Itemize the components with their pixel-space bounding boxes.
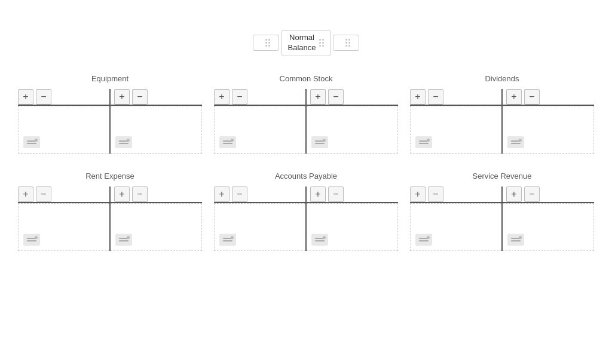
account-title: Common Stock: [280, 74, 333, 83]
t-account: + − + −: [18, 186, 202, 251]
t-account-top: + − + −: [18, 89, 202, 105]
note-dot: [231, 236, 234, 239]
credit-label-btn[interactable]: [333, 35, 359, 51]
right-plus-btn[interactable]: +: [506, 186, 522, 202]
left-controls: + −: [214, 186, 302, 202]
credit-note-icon: [507, 234, 524, 246]
debit-note-icon: [415, 136, 432, 148]
left-controls: + −: [18, 186, 106, 202]
t-account-top: + − + −: [410, 89, 594, 105]
t-account-body: [410, 105, 594, 154]
t-account-top: + − + −: [214, 186, 398, 202]
left-minus-btn[interactable]: −: [36, 89, 51, 105]
right-plus-btn[interactable]: +: [310, 89, 326, 105]
t-credit-side: [503, 106, 594, 154]
note-dot: [427, 236, 430, 239]
t-debit-side: [18, 203, 109, 251]
right-plus-btn[interactable]: +: [114, 186, 130, 202]
normal-balance-label-btn[interactable]: NormalBalance: [281, 30, 331, 56]
t-vertical-divider-top: [501, 186, 503, 202]
left-minus-btn[interactable]: −: [428, 186, 443, 202]
account-section-dividends: Dividends + − + −: [410, 74, 594, 154]
left-controls: + −: [18, 89, 106, 105]
left-plus-btn[interactable]: +: [214, 89, 230, 105]
account-title: Equipment: [91, 74, 128, 83]
t-debit-side: [214, 106, 305, 154]
debit-drag-handle: [265, 39, 270, 47]
t-debit-side: [214, 203, 305, 251]
t-account: + − + −: [214, 186, 398, 251]
debit-note-icon: [415, 234, 432, 246]
account-title: Rent Expense: [85, 172, 134, 181]
right-controls: + −: [114, 186, 202, 202]
left-minus-btn[interactable]: −: [232, 186, 247, 202]
t-account: + − + −: [410, 186, 594, 251]
t-vertical-divider-top: [501, 89, 503, 105]
t-debit-side: [410, 106, 501, 154]
debit-note-icon: [219, 234, 236, 246]
t-vertical-divider-top: [109, 89, 111, 105]
right-controls: + −: [114, 89, 202, 105]
note-dot: [427, 139, 430, 142]
left-minus-btn[interactable]: −: [428, 89, 443, 105]
t-account-top: + − + −: [214, 89, 398, 105]
t-vertical-divider-top: [305, 186, 307, 202]
left-controls: + −: [410, 89, 498, 105]
right-plus-btn[interactable]: +: [114, 89, 130, 105]
left-minus-btn[interactable]: −: [36, 186, 51, 202]
t-account-top: + − + −: [18, 186, 202, 202]
account-section-rent-expense: Rent Expense + − + −: [18, 172, 202, 251]
right-controls: + −: [506, 89, 594, 105]
left-plus-btn[interactable]: +: [214, 186, 230, 202]
debit-label-btn[interactable]: [253, 35, 279, 51]
left-plus-btn[interactable]: +: [410, 186, 426, 202]
right-controls: + −: [310, 89, 398, 105]
right-minus-btn[interactable]: −: [328, 89, 344, 105]
t-account: + − + −: [410, 89, 594, 154]
account-title: Dividends: [485, 74, 519, 83]
note-dot: [323, 139, 326, 142]
right-minus-btn[interactable]: −: [132, 89, 148, 105]
label-row: NormalBalance: [18, 30, 594, 56]
t-account: + − + −: [214, 89, 398, 154]
note-dot: [35, 236, 38, 239]
account-section-service-revenue: Service Revenue + − + −: [410, 172, 594, 251]
t-credit-side: [503, 203, 594, 251]
t-account-body: [410, 202, 594, 251]
debit-note-icon: [23, 234, 40, 246]
t-account: + − + −: [18, 89, 202, 154]
credit-note-icon: [507, 136, 524, 148]
credit-note-icon: [311, 136, 328, 148]
account-title: Service Revenue: [473, 172, 532, 181]
right-minus-btn[interactable]: −: [328, 186, 344, 202]
left-plus-btn[interactable]: +: [18, 89, 33, 105]
right-plus-btn[interactable]: +: [506, 89, 522, 105]
debit-note-icon: [23, 136, 40, 148]
left-minus-btn[interactable]: −: [232, 89, 247, 105]
t-account-body: [214, 105, 398, 154]
note-dot: [127, 236, 130, 239]
t-credit-side: [307, 106, 398, 154]
account-section-equipment: Equipment + − + −: [18, 74, 202, 154]
t-account-body: [18, 105, 202, 154]
note-dot: [519, 236, 522, 239]
t-debit-side: [18, 106, 109, 154]
credit-drag-handle: [345, 39, 350, 47]
note-dot: [231, 139, 234, 142]
t-credit-side: [307, 203, 398, 251]
left-plus-btn[interactable]: +: [18, 186, 33, 202]
account-title: Accounts Payable: [275, 172, 337, 181]
right-minus-btn[interactable]: −: [524, 186, 540, 202]
right-minus-btn[interactable]: −: [524, 89, 540, 105]
right-minus-btn[interactable]: −: [132, 186, 148, 202]
left-controls: + −: [214, 89, 302, 105]
right-controls: + −: [506, 186, 594, 202]
left-plus-btn[interactable]: +: [410, 89, 426, 105]
credit-note-icon: [311, 234, 328, 246]
normal-balance-drag-handle: [319, 39, 324, 47]
debit-note-icon: [219, 136, 236, 148]
account-section-common-stock: Common Stock + − + −: [214, 74, 398, 154]
right-plus-btn[interactable]: +: [310, 186, 326, 202]
t-credit-side: [111, 203, 202, 251]
t-account-body: [18, 202, 202, 251]
